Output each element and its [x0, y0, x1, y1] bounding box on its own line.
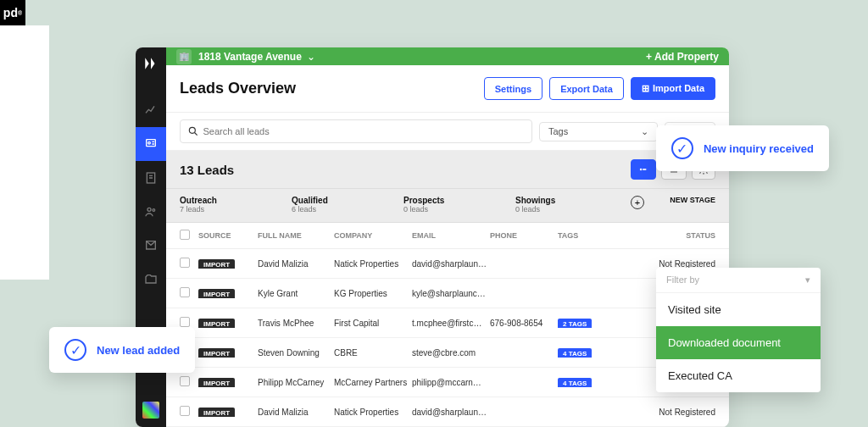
row-checkbox[interactable]: [180, 258, 190, 268]
sidebar-app-badge[interactable]: [142, 402, 159, 419]
add-stage-button[interactable]: +: [627, 196, 648, 209]
cell-company: McCarney Partners: [334, 378, 412, 387]
table-body: IMPORTDavid MaliziaNatick Propertiesdavi…: [166, 249, 729, 427]
cell-company: Natick Properties: [334, 408, 412, 417]
app-window: 🏢 1818 Vantage Avenue ⌄ + Add Property L…: [136, 47, 729, 427]
dropdown-caret-icon[interactable]: ▾: [805, 274, 810, 286]
search-box[interactable]: [180, 119, 532, 143]
toast-text: New inquiry received: [704, 142, 814, 155]
filter-dropdown: Filter by ▾ Visited siteDownloaded docum…: [656, 268, 821, 392]
cell-name: Steven Downing: [258, 348, 334, 358]
toast-text: New lead added: [97, 344, 180, 357]
sidebar-item-documents[interactable]: [136, 161, 166, 195]
col-company[interactable]: COMPANY: [334, 231, 412, 240]
table-row[interactable]: IMPORTDavid MaliziaNatick Propertiesdavi…: [166, 249, 729, 279]
cell-email: david@sharplaun…: [412, 408, 490, 417]
import-icon: ⊞: [642, 83, 649, 94]
row-checkbox[interactable]: [180, 376, 190, 386]
content-area: 🏢 1818 Vantage Avenue ⌄ + Add Property L…: [166, 47, 729, 427]
tags-select[interactable]: Tags⌄: [539, 122, 658, 141]
leads-count-strip: 13 Leads: [166, 151, 729, 189]
search-input[interactable]: [203, 126, 525, 136]
cell-email: philipp@mccarn…: [412, 378, 490, 387]
cell-status: Not Registered: [614, 259, 715, 269]
table-row[interactable]: IMPORTPhilipp McCarneyMcCarney Partnersp…: [166, 368, 729, 397]
cell-name: Kyle Grant: [258, 289, 334, 298]
sidebar-item-leads[interactable]: [136, 127, 166, 161]
import-data-button[interactable]: ⊞Import Data: [631, 77, 715, 100]
sidebar-item-files[interactable]: [136, 263, 166, 297]
col-phone[interactable]: PHONE: [490, 231, 558, 240]
property-badge-icon: 🏢: [176, 49, 192, 64]
new-stage-label[interactable]: NEW STAGE: [648, 196, 715, 204]
table-row[interactable]: IMPORTTravis McPheeFirst Capitalt.mcphee…: [166, 308, 729, 338]
cell-name: Travis McPhee: [258, 319, 334, 328]
cell-phone: 676-908-8654: [490, 319, 558, 328]
svg-point-3: [147, 208, 151, 211]
property-name[interactable]: 1818 Vantage Avenue: [198, 51, 302, 63]
filter-option[interactable]: Downloaded document: [656, 326, 821, 359]
check-circle-icon: ✓: [671, 137, 693, 159]
cell-name: David Malizia: [258, 408, 334, 417]
col-full-name[interactable]: FULL NAME: [258, 231, 334, 240]
cell-source: IMPORT: [198, 378, 258, 387]
cell-email: kyle@sharplaunc…: [412, 289, 490, 298]
filter-dropdown-header: Filter by ▾: [656, 268, 821, 293]
cell-name: Philipp McCarney: [258, 378, 334, 387]
add-property-button[interactable]: + Add Property: [646, 51, 719, 63]
col-tags[interactable]: TAGS: [558, 231, 614, 240]
sidebar-item-team[interactable]: [136, 195, 166, 229]
cell-source: IMPORT: [198, 289, 258, 298]
cell-company: Natick Properties: [334, 259, 412, 269]
svg-rect-7: [643, 169, 646, 170]
sidebar-item-analytics[interactable]: [136, 93, 166, 127]
title-row: Leads Overview Settings Export Data ⊞Imp…: [166, 65, 729, 113]
cell-company: First Capital: [334, 319, 412, 328]
cell-status: Not Registered: [614, 408, 715, 417]
sidebar-item-inbox[interactable]: [136, 229, 166, 263]
cell-company: KG Properties: [334, 289, 412, 298]
table-row[interactable]: IMPORTKyle GrantKG Propertieskyle@sharpl…: [166, 279, 729, 308]
toast-new-lead: ✓ New lead added: [49, 327, 195, 373]
cell-email: t.mcphee@firstc…: [412, 319, 490, 328]
page-background: [0, 25, 49, 280]
stage-showings[interactable]: Showings 0 leads: [515, 196, 627, 214]
plus-circle-icon: +: [631, 196, 644, 209]
leads-count: 13 Leads: [180, 163, 234, 177]
topbar: 🏢 1818 Vantage Avenue ⌄ + Add Property: [166, 47, 729, 65]
search-row: Tags⌄ Filters: [166, 113, 729, 151]
row-checkbox[interactable]: [180, 287, 190, 297]
row-checkbox[interactable]: [180, 317, 190, 327]
cell-tags: 4 TAGS: [558, 378, 614, 387]
app-logo-icon: [143, 56, 159, 71]
export-data-button[interactable]: Export Data: [549, 77, 624, 100]
table-row[interactable]: IMPORTDavid MaliziaNatick Propertiesdavi…: [166, 397, 729, 427]
chevron-down-icon[interactable]: ⌄: [307, 51, 315, 63]
filter-option[interactable]: Executed CA: [656, 359, 821, 392]
toast-new-inquiry: ✓ New inquiry received: [656, 125, 829, 171]
stage-outreach[interactable]: Outreach 7 leads: [180, 196, 292, 214]
cell-company: CBRE: [334, 348, 412, 358]
pd-logo: pd®: [0, 0, 25, 25]
cell-tags: 2 TAGS: [558, 319, 614, 328]
filter-option[interactable]: Visited site: [656, 293, 821, 326]
cell-email: steve@cbre.com: [412, 348, 490, 358]
select-all-checkbox[interactable]: [180, 230, 190, 240]
stage-qualified[interactable]: Qualified 6 leads: [292, 196, 403, 214]
check-circle-icon: ✓: [64, 339, 86, 361]
search-icon: [187, 125, 199, 137]
table-row[interactable]: IMPORTSteven DowningCBREsteve@cbre.com4 …: [166, 338, 729, 368]
settings-button[interactable]: Settings: [484, 77, 542, 100]
cell-source: IMPORT: [198, 319, 258, 328]
svg-point-1: [148, 141, 151, 144]
table-header: SOURCE FULL NAME COMPANY EMAIL PHONE TAG…: [166, 223, 729, 249]
cell-name: David Malizia: [258, 259, 334, 269]
cell-source: IMPORT: [198, 408, 258, 417]
svg-point-6: [640, 169, 643, 171]
stage-prospects[interactable]: Prospects 0 leads: [403, 196, 515, 214]
view-card-button[interactable]: [631, 159, 656, 180]
col-email[interactable]: EMAIL: [412, 231, 490, 240]
col-source[interactable]: SOURCE: [198, 231, 258, 240]
col-status[interactable]: STATUS: [614, 231, 715, 240]
row-checkbox[interactable]: [180, 406, 190, 416]
